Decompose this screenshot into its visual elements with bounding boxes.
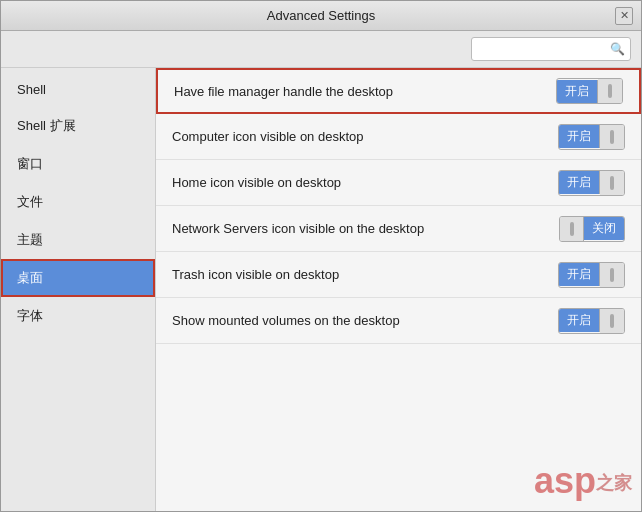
toggle-on-label: 开启 bbox=[559, 171, 600, 194]
setting-row-network-icon: Network Servers icon visible on the desk… bbox=[156, 206, 641, 252]
sidebar-item-file[interactable]: 文件 bbox=[1, 183, 155, 221]
sidebar-item-desktop[interactable]: 桌面 bbox=[1, 259, 155, 297]
toggle-slider bbox=[600, 309, 624, 333]
sidebar-item-shell[interactable]: Shell bbox=[1, 72, 155, 107]
content-area: Shell Shell 扩展 窗口 文件 主题 桌面 字体 Have file … bbox=[1, 68, 641, 511]
setting-row-computer-icon: Computer icon visible on desktop 开启 bbox=[156, 114, 641, 160]
toggle-on-label: 开启 bbox=[559, 309, 600, 332]
setting-label: Home icon visible on desktop bbox=[172, 175, 558, 190]
title-bar: Advanced Settings ✕ bbox=[1, 1, 641, 31]
toggle-on-label: 开启 bbox=[559, 125, 600, 148]
search-icon: 🔍 bbox=[610, 42, 625, 56]
toggle-on-button[interactable]: 开启 bbox=[558, 308, 625, 334]
main-content: Have file manager handle the desktop 开启 … bbox=[156, 68, 641, 511]
setting-label: Show mounted volumes on the desktop bbox=[172, 313, 558, 328]
close-button[interactable]: ✕ bbox=[615, 7, 633, 25]
toggle-slider bbox=[598, 79, 622, 103]
toggle-slider bbox=[600, 171, 624, 195]
window-title: Advanced Settings bbox=[267, 8, 375, 23]
setting-row-mounted-volumes: Show mounted volumes on the desktop 开启 bbox=[156, 298, 641, 344]
toggle-slider-left bbox=[560, 217, 584, 241]
slider-bar bbox=[610, 314, 614, 328]
sidebar-item-window[interactable]: 窗口 bbox=[1, 145, 155, 183]
search-bar: 🔍 bbox=[1, 31, 641, 68]
slider-bar bbox=[610, 268, 614, 282]
slider-bar bbox=[570, 222, 574, 236]
sidebar-item-shell-ext[interactable]: Shell 扩展 bbox=[1, 107, 155, 145]
toggle-on-button[interactable]: 开启 bbox=[558, 262, 625, 288]
toggle-on-button[interactable]: 开启 bbox=[558, 124, 625, 150]
slider-bar bbox=[610, 130, 614, 144]
setting-label: Network Servers icon visible on the desk… bbox=[172, 221, 559, 236]
toggle-slider bbox=[600, 125, 624, 149]
toggle-slider bbox=[600, 263, 624, 287]
toggle-off-label: 关闭 bbox=[584, 217, 624, 240]
toggle-on-button[interactable]: 开启 bbox=[558, 170, 625, 196]
setting-label: Have file manager handle the desktop bbox=[174, 84, 556, 99]
setting-row-desktop-filemanager: Have file manager handle the desktop 开启 bbox=[156, 68, 641, 114]
setting-label: Computer icon visible on desktop bbox=[172, 129, 558, 144]
slider-bar bbox=[608, 84, 612, 98]
setting-row-home-icon: Home icon visible on desktop 开启 bbox=[156, 160, 641, 206]
sidebar: Shell Shell 扩展 窗口 文件 主题 桌面 字体 bbox=[1, 68, 156, 511]
setting-label: Trash icon visible on desktop bbox=[172, 267, 558, 282]
toggle-on-label: 开启 bbox=[557, 80, 598, 103]
toggle-on-button[interactable]: 开启 bbox=[556, 78, 623, 104]
toggle-on-label: 开启 bbox=[559, 263, 600, 286]
search-input[interactable] bbox=[471, 37, 631, 61]
setting-row-trash-icon: Trash icon visible on desktop 开启 bbox=[156, 252, 641, 298]
slider-bar bbox=[610, 176, 614, 190]
toggle-off-button[interactable]: 关闭 bbox=[559, 216, 625, 242]
search-wrapper: 🔍 bbox=[471, 37, 631, 61]
sidebar-item-font[interactable]: 字体 bbox=[1, 297, 155, 335]
sidebar-item-theme[interactable]: 主题 bbox=[1, 221, 155, 259]
